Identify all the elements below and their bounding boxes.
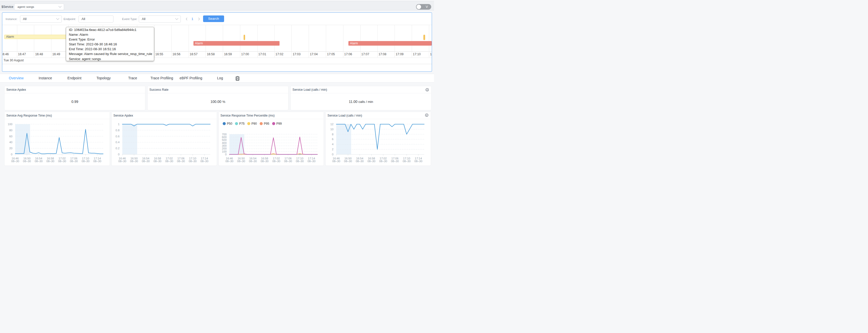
- chart-y-tick-label: 600: [222, 136, 227, 139]
- prev-page-icon[interactable]: [185, 16, 188, 23]
- timeline-minor-label: 17:09: [396, 51, 404, 57]
- timeline-minor-label: 17:04: [310, 51, 318, 57]
- timeline-axis-tick: [223, 51, 223, 58]
- chart-card-title: Service Load (calls / min): [328, 112, 362, 119]
- chart-canvas: 010020030040050060070016:4608–3016:5008–…: [219, 112, 324, 165]
- legend-dot-P95[interactable]: [259, 122, 262, 125]
- toggle-label: V: [426, 4, 428, 10]
- timeline-minor-label: 17:05: [327, 51, 335, 57]
- stat-value: 0.99: [71, 100, 78, 104]
- timeline-minor-label: 17:07: [361, 51, 369, 57]
- clipboard-line: [237, 78, 238, 78]
- timeline-major-label: Tue 30 August: [4, 58, 24, 63]
- chevron-right-path: [198, 18, 199, 20]
- stat-value: 11.00: [349, 100, 358, 104]
- chart-x-tick-sublabel: 08–30: [367, 160, 375, 163]
- timeline-axis-tick: [360, 51, 361, 58]
- timeline-minor-label: 17:11: [430, 51, 432, 57]
- info-i-dot: [426, 114, 427, 115]
- chart-x-tick-sublabel: 08–30: [249, 160, 256, 163]
- tab-trace-profiling[interactable]: Trace Profiling: [150, 74, 173, 82]
- chart-x-tick-sublabel: 08–30: [11, 160, 19, 163]
- tab-trace[interactable]: Trace: [128, 74, 137, 82]
- timeline-gridline: [343, 25, 343, 51]
- stat-unit: %: [222, 100, 225, 104]
- legend-dot-P99[interactable]: [272, 122, 275, 125]
- tabs-bar: OverviewInstanceEndpointTopologyTraceTra…: [0, 74, 434, 83]
- stat-card: Service Load (calls / min) 11.00 calls /…: [291, 86, 431, 110]
- info-i-stem: [427, 89, 427, 90]
- tooltip-line: Message: Alarm caused by Rule service_re…: [69, 51, 151, 56]
- auto-refresh-toggle[interactable]: V: [416, 4, 431, 10]
- chart-x-tick-sublabel: 08–30: [284, 160, 292, 163]
- page-number[interactable]: 1: [191, 16, 193, 23]
- alarm-event-marker[interactable]: [423, 35, 425, 40]
- timeline-axis-tick: [395, 51, 395, 58]
- legend-label-P99[interactable]: P99: [276, 122, 282, 126]
- timeline-gridline: [395, 25, 395, 51]
- legend-dot-P75[interactable]: [235, 122, 238, 125]
- service-select-value: agent::songs: [18, 5, 34, 8]
- timeline-gridline: [206, 25, 206, 51]
- service-select[interactable]: agent::songs: [14, 4, 64, 10]
- alarm-event-bar[interactable]: Alarm: [193, 41, 280, 46]
- legend-label-P95[interactable]: P95: [264, 122, 270, 126]
- info-icon[interactable]: [426, 88, 429, 91]
- timeline-minor-label: 17:10: [413, 51, 421, 57]
- next-page-icon[interactable]: [198, 16, 200, 23]
- search-button[interactable]: Search: [203, 16, 224, 22]
- alarm-event-bar[interactable]: Alarm: [348, 41, 432, 46]
- legend-label-P50[interactable]: P50: [227, 122, 232, 126]
- endpoint-input[interactable]: All: [79, 16, 114, 23]
- legend-label-P90[interactable]: P90: [251, 122, 257, 126]
- timeline-minor-label: 16:46: [2, 51, 9, 57]
- legend-label-P75[interactable]: P75: [239, 122, 245, 126]
- timeline-axis-tick: [309, 51, 309, 58]
- tab-topology[interactable]: Topology: [96, 74, 111, 82]
- chart-canvas: 02040608010016:4608–3016:5008–3016:5408–…: [5, 112, 110, 165]
- timeline-axis-tick: [326, 51, 326, 58]
- tab-ebpf-profiling[interactable]: eBPF Profiling: [180, 74, 202, 82]
- legend-dot-P90[interactable]: [247, 122, 250, 125]
- stat-card-header: Success Rate: [148, 86, 288, 93]
- chart-x-tick-sublabel: 08–30: [118, 160, 126, 163]
- timeline-gridline: [291, 25, 292, 51]
- tab-overview[interactable]: Overview: [9, 74, 24, 82]
- chart-y-tick-label: 8: [332, 133, 334, 136]
- chart-x-tick-sublabel: 08–30: [130, 160, 138, 163]
- chevron-down-icon: [56, 18, 60, 20]
- event-type-select[interactable]: All: [139, 16, 181, 23]
- timeline-minor-label: 17:08: [378, 51, 386, 57]
- instance-filter-label: Instance:: [6, 16, 18, 23]
- chart-card: 010020030040050060070016:4608–3016:5008–…: [219, 112, 324, 165]
- chart-x-tick-sublabel: 08–30: [260, 160, 269, 163]
- chart-x-tick-sublabel: 08–30: [82, 160, 89, 163]
- instance-select-value: All: [23, 17, 27, 21]
- timeline-minor-label: 16:57: [190, 51, 197, 57]
- tab-instance[interactable]: Instance: [39, 74, 52, 82]
- info-icon[interactable]: [425, 114, 428, 117]
- chart-x-tick-sublabel: 08–30: [391, 160, 399, 163]
- chart-y-tick-label: 700: [222, 133, 227, 136]
- clipboard-line: [237, 79, 238, 79]
- legend-dot-P50[interactable]: [223, 122, 226, 125]
- tab-endpoint[interactable]: Endpoint: [67, 74, 81, 82]
- chart-card-title: Service Apdex: [114, 112, 133, 119]
- chart-y-tick-label: 100: [222, 150, 227, 153]
- alarm-event-marker[interactable]: [244, 35, 245, 40]
- timeline-gridline: [360, 25, 361, 51]
- timeline-axis-tick: [429, 51, 429, 58]
- timeline-gridline: [412, 25, 412, 51]
- clipboard-icon[interactable]: [236, 76, 239, 81]
- chart-y-tick-label: 0: [332, 153, 334, 156]
- tooltip-line: ID: 1064f23a-6eac-4812-a7cd-5d9a84d944c1: [69, 27, 151, 32]
- instance-select[interactable]: All: [20, 16, 62, 23]
- chart-y-tick-label: 60: [9, 135, 12, 138]
- timeline-axis-tick: [412, 51, 412, 58]
- tab-log[interactable]: Log: [217, 74, 223, 82]
- chart-x-tick-sublabel: 08–30: [296, 160, 304, 163]
- chart-x-tick-sublabel: 08–30: [356, 160, 364, 163]
- chart-y-tick-label: 0: [11, 153, 12, 156]
- chart-x-tick-sublabel: 08–30: [272, 160, 280, 163]
- chart-x-tick-sublabel: 08–30: [70, 160, 78, 163]
